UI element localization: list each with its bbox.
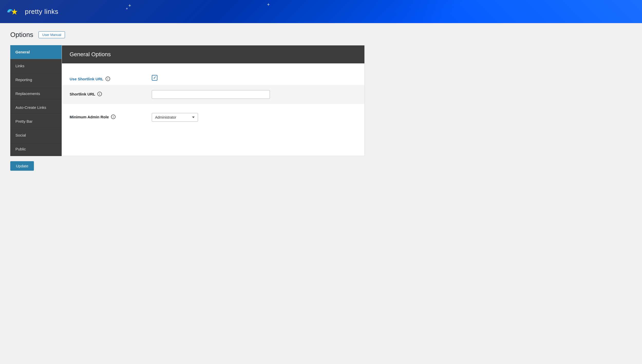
page-title-area: Options User Manual <box>10 31 632 39</box>
user-manual-button[interactable]: User Manual <box>39 31 65 38</box>
panel-header: General Options <box>62 45 364 63</box>
sidebar-item-auto-create-links[interactable]: Auto-Create Links <box>10 101 62 114</box>
page-content: Options User Manual General Links Report… <box>0 23 642 178</box>
main-panel: General Options Use Shortlink URL i ✓ <box>62 45 365 156</box>
sidebar-item-links[interactable]: Links <box>10 59 62 73</box>
use-shortlink-url-info-icon[interactable]: i <box>106 76 110 81</box>
update-button[interactable]: Update <box>10 161 34 171</box>
minimum-admin-role-info-icon[interactable]: i <box>111 114 116 119</box>
sidebar-item-general[interactable]: General <box>10 45 62 59</box>
checkmark-icon: ✓ <box>153 75 156 80</box>
page-title: Options <box>10 31 33 39</box>
decorative-star-1: + <box>128 3 131 8</box>
shortlink-url-input[interactable] <box>152 90 270 99</box>
minimum-admin-role-row: Minimum Admin Role i Administrator Edito… <box>70 109 357 126</box>
use-shortlink-url-label: Use Shortlink URL i <box>70 75 141 81</box>
minimum-admin-role-select[interactable]: Administrator Editor Author Contributor … <box>152 113 198 122</box>
use-shortlink-url-link[interactable]: Use Shortlink URL <box>70 77 103 81</box>
sidebar-item-reporting[interactable]: Reporting <box>10 73 62 87</box>
use-shortlink-url-row: Use Shortlink URL i ✓ <box>70 71 357 85</box>
sidebar-item-replacements[interactable]: Replacements <box>10 87 62 101</box>
panel-title: General Options <box>70 51 357 58</box>
minimum-admin-role-control: Administrator Editor Author Contributor … <box>152 113 357 122</box>
decorative-star-2: + <box>267 2 270 7</box>
decorative-star-3: + <box>126 6 128 11</box>
shortlink-url-label: Shortlink URL i <box>70 90 141 96</box>
shortlink-url-control <box>152 90 357 99</box>
use-shortlink-url-control: ✓ <box>152 75 357 81</box>
logo-star-icon: ★ <box>11 7 18 17</box>
use-shortlink-url-checkbox[interactable]: ✓ <box>152 75 157 81</box>
shortlink-url-info-icon[interactable]: i <box>97 92 102 96</box>
panel-body: Use Shortlink URL i ✓ Shortlink URL i <box>62 63 364 133</box>
shortlink-url-row: Shortlink URL i <box>62 85 364 104</box>
minimum-admin-role-label: Minimum Admin Role i <box>70 113 141 119</box>
app-header: ★ pretty links + + + <box>0 0 642 23</box>
sidebar-item-social[interactable]: Social <box>10 128 62 142</box>
sidebar-item-pretty-bar[interactable]: Pretty Bar <box>10 114 62 128</box>
logo: ★ pretty links <box>8 6 58 17</box>
sidebar: General Links Reporting Replacements Aut… <box>10 45 62 156</box>
sidebar-item-public[interactable]: Public <box>10 142 62 156</box>
logo-text: pretty links <box>25 8 58 16</box>
logo-icon: ★ <box>8 6 22 17</box>
main-layout: General Links Reporting Replacements Aut… <box>10 45 365 156</box>
